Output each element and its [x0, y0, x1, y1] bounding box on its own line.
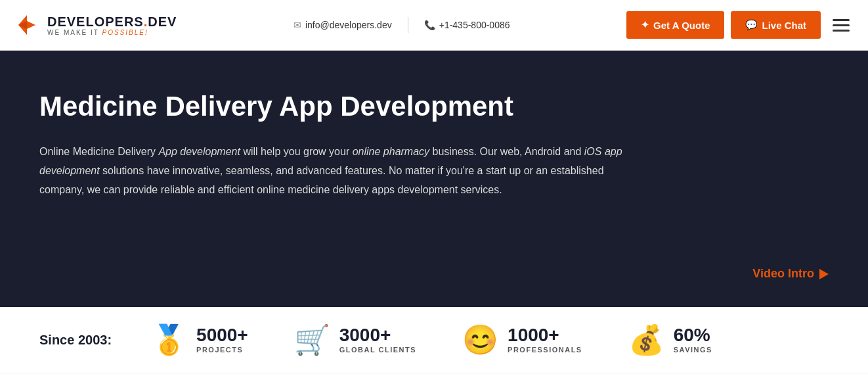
phone-number: +1-435-800-0086: [439, 20, 510, 30]
logo-icon: [13, 11, 41, 39]
hamburger-menu[interactable]: [827, 14, 855, 37]
email-contact: ✉ info@developers.dev: [293, 20, 392, 30]
stat-savings-text: 60% SAVINGS: [674, 326, 712, 354]
contact-divider: [408, 17, 408, 33]
clients-icon: 🛒: [294, 325, 330, 354]
header: DEVELOPERS.DEV WE MAKE IT POSSIBLE! ✉ in…: [0, 0, 868, 51]
header-actions: ✦ Get A Quote 💬 Live Chat: [626, 11, 855, 39]
savings-label: SAVINGS: [674, 346, 712, 354]
savings-icon: 💰: [628, 325, 664, 354]
stat-professionals: 😊 1000+ PROFESSIONALS: [462, 325, 582, 354]
hero-title: Medicine Delivery App Development: [39, 90, 829, 123]
play-icon: [819, 269, 829, 279]
projects-icon: 🥇: [151, 325, 187, 354]
video-intro-label: Video Intro: [752, 267, 814, 281]
quote-label: Get A Quote: [653, 20, 710, 31]
phone-icon: 📞: [424, 20, 435, 30]
clients-label: GLOBAL CLIENTS: [339, 346, 416, 354]
logo-main-text: DEVELOPERS.DEV: [47, 14, 177, 29]
stat-savings: 💰 60% SAVINGS: [628, 325, 712, 354]
stats-section: Since 2003: 🥇 5000+ PROJECTS 🛒 3000+ GLO…: [0, 307, 868, 373]
logo[interactable]: DEVELOPERS.DEV WE MAKE IT POSSIBLE!: [13, 11, 177, 39]
savings-number: 60%: [674, 326, 712, 344]
hero-description: Online Medicine Delivery App development…: [39, 143, 630, 199]
projects-label: PROJECTS: [196, 346, 248, 354]
get-quote-button[interactable]: ✦ Get A Quote: [626, 11, 724, 39]
logo-possible: POSSIBLE!: [102, 29, 148, 36]
projects-number: 5000+: [196, 326, 248, 344]
hero-desc-em2: online pharmacy: [353, 146, 429, 157]
stat-projects-text: 5000+ PROJECTS: [196, 326, 248, 354]
hero-section: Medicine Delivery App Development Online…: [0, 51, 868, 307]
logo-text: DEVELOPERS.DEV WE MAKE IT POSSIBLE!: [47, 14, 177, 36]
hamburger-line-3: [833, 30, 850, 32]
clients-number: 3000+: [339, 326, 416, 344]
stat-projects: 🥇 5000+ PROJECTS: [151, 325, 248, 354]
since-label: Since 2003:: [39, 333, 112, 348]
email-address: info@developers.dev: [305, 20, 392, 30]
phone-contact: 📞 +1-435-800-0086: [424, 20, 510, 30]
chat-label: Live Chat: [762, 20, 806, 31]
hamburger-line-2: [833, 24, 850, 26]
hamburger-line-1: [833, 19, 850, 21]
professionals-icon: 😊: [462, 325, 498, 354]
hero-desc-em3: iOS app development: [39, 146, 622, 176]
logo-sub-text: WE MAKE IT POSSIBLE!: [47, 29, 177, 36]
chat-icon: 💬: [745, 19, 758, 31]
stat-clients-text: 3000+ GLOBAL CLIENTS: [339, 326, 416, 354]
logo-dot: .: [144, 14, 148, 29]
professionals-number: 1000+: [508, 326, 582, 344]
header-contact: ✉ info@developers.dev 📞 +1-435-800-0086: [293, 17, 510, 33]
stat-clients: 🛒 3000+ GLOBAL CLIENTS: [294, 325, 416, 354]
live-chat-button[interactable]: 💬 Live Chat: [731, 11, 821, 39]
video-intro-button[interactable]: Video Intro: [752, 267, 829, 281]
quote-icon: ✦: [641, 19, 649, 31]
hero-desc-em1: App development: [158, 146, 240, 157]
stat-professionals-text: 1000+ PROFESSIONALS: [508, 326, 582, 354]
email-icon: ✉: [293, 20, 301, 30]
professionals-label: PROFESSIONALS: [508, 346, 582, 354]
